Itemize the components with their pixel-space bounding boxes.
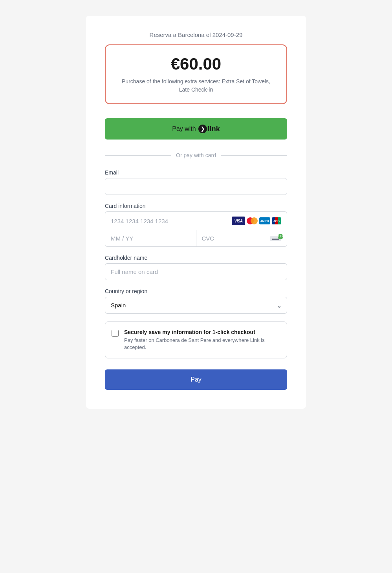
card-number-row: 1234 1234 1234 1234 VISA AM EX JCB — [105, 212, 287, 230]
card-cvc-field[interactable]: CVC ▬▬ 139 — [196, 230, 287, 246]
amex-icon: AM EX — [259, 217, 270, 224]
country-field-group: Country or region Spain France Germany I… — [105, 288, 287, 314]
cvc-icon: ▬▬ 139 — [270, 236, 281, 241]
save-info-box: Securely save my information for 1-click… — [105, 321, 287, 358]
save-info-subtitle: Pay faster on Carbonera de Sant Pere and… — [124, 337, 280, 351]
link-logo: ❯ link — [198, 125, 220, 133]
card-expiry-cvc-row: MM / YY CVC ▬▬ 139 — [105, 230, 287, 246]
visa-icon: VISA — [232, 217, 245, 225]
cardholder-label: Cardholder name — [105, 255, 287, 261]
jcb-icon: JCB — [272, 217, 281, 224]
email-label: Email — [105, 169, 287, 176]
country-select-wrapper: Spain France Germany Italy United Kingdo… — [105, 297, 287, 314]
expiry-placeholder: MM / YY — [111, 235, 133, 242]
card-info-box: 1234 1234 1234 1234 VISA AM EX JCB MM / … — [105, 211, 287, 247]
cardholder-input[interactable] — [105, 263, 287, 280]
cvc-badge: 139 — [278, 234, 283, 239]
mc-right-circle — [251, 217, 258, 224]
card-info-group: Card information 1234 1234 1234 1234 VIS… — [105, 203, 287, 247]
email-field-group: Email — [105, 169, 287, 195]
save-info-text: Securely save my information for 1-click… — [124, 329, 280, 351]
email-input[interactable] — [105, 178, 287, 195]
pay-button-label: Pay — [191, 376, 201, 383]
cvc-placeholder: CVC — [202, 235, 214, 242]
amount-value: €60.00 — [117, 55, 275, 73]
divider-right — [221, 155, 287, 156]
payment-form: Reserva a Barcelona el 2024-09-29 €60.00… — [86, 16, 306, 409]
country-label: Country or region — [105, 288, 287, 294]
amount-description: Purchase of the following extra services… — [117, 77, 275, 94]
divider-text: Or pay with card — [176, 152, 216, 158]
pay-button[interactable]: Pay — [105, 369, 287, 390]
card-info-label: Card information — [105, 203, 287, 209]
save-info-checkbox[interactable] — [112, 330, 119, 337]
card-icons: VISA AM EX JCB — [232, 217, 281, 225]
link-label: link — [208, 125, 220, 133]
link-icon: ❯ — [198, 125, 207, 133]
cardholder-field-group: Cardholder name — [105, 255, 287, 280]
divider-row: Or pay with card — [105, 152, 287, 158]
pay-with-text: Pay with — [172, 125, 196, 132]
card-number-placeholder: 1234 1234 1234 1234 — [111, 218, 232, 224]
country-select[interactable]: Spain France Germany Italy United Kingdo… — [105, 297, 287, 314]
card-expiry-field[interactable]: MM / YY — [105, 230, 196, 246]
divider-left — [105, 155, 171, 156]
amount-box: €60.00 Purchase of the following extra s… — [105, 44, 287, 104]
save-info-title: Securely save my information for 1-click… — [124, 329, 280, 335]
reservation-title: Reserva a Barcelona el 2024-09-29 — [105, 31, 287, 38]
pay-with-link-button[interactable]: Pay with ❯ link — [105, 118, 287, 140]
mastercard-icon — [247, 217, 258, 224]
